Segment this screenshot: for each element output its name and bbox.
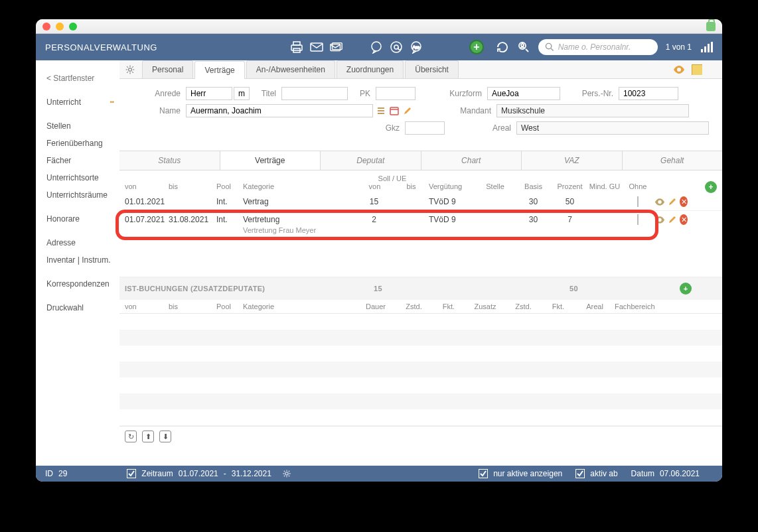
svg-rect-22	[390, 107, 398, 115]
app-icon[interactable]: App	[410, 40, 423, 54]
tab-personal[interactable]: Personal	[142, 60, 193, 78]
mail-icon[interactable]	[310, 40, 323, 54]
sidebar-item-korrespondenzen[interactable]: Korrespondenzen	[46, 275, 114, 293]
sms-icon[interactable]	[370, 40, 383, 54]
persnr-field[interactable]	[619, 87, 678, 100]
anrede-label: Anrede	[142, 89, 181, 98]
sidebar-item-stellen[interactable]: Stellen	[46, 117, 114, 135]
footer-id-label: ID	[45, 469, 53, 478]
subtab-gehalt[interactable]: Gehalt	[623, 151, 723, 170]
gender-field[interactable]	[234, 87, 250, 100]
view-icon[interactable]	[654, 198, 665, 206]
sidebar-item-honorare[interactable]: Honorare	[46, 210, 114, 228]
edit-icon[interactable]	[668, 215, 677, 224]
sidebar-item-ferienueberhang[interactable]: Ferienüberhang	[46, 135, 114, 152]
delete-icon[interactable]: ✕	[680, 196, 688, 207]
sidebar-item-unterrichtsraeume[interactable]: Unterrichtsräume	[46, 186, 114, 204]
sidebar-item-druckwahl[interactable]: Druckwahl	[46, 299, 114, 316]
list-icon[interactable]	[376, 105, 386, 116]
sidebar-item-unterricht[interactable]: Unterricht••	[46, 94, 114, 111]
window-maximize-button[interactable]	[69, 23, 77, 31]
lock-icon	[706, 22, 716, 31]
tab-vertraege[interactable]: Verträge	[194, 61, 244, 79]
nur-aktive-checkbox[interactable]	[479, 469, 488, 478]
svg-point-18	[129, 68, 132, 71]
col-ohne: Ohne	[621, 182, 654, 190]
kurzform-field[interactable]	[487, 87, 560, 100]
pk-label: PK	[348, 89, 370, 98]
subtab-vertraege[interactable]: Verträge	[220, 151, 321, 170]
titel-label: Titel	[250, 89, 276, 98]
search-input[interactable]: Name o. Personalnr.	[538, 39, 658, 55]
tab-anabwesenheiten[interactable]: An-/Abwesenheiten	[246, 60, 335, 78]
search-placeholder: Name o. Personalnr.	[558, 42, 631, 52]
subtab-status[interactable]: Status	[119, 151, 220, 170]
mandant-field[interactable]	[496, 104, 689, 117]
svg-point-13	[546, 43, 551, 48]
pk-field[interactable]	[376, 87, 416, 100]
upload-icon[interactable]: ⬆	[142, 431, 154, 442]
persnr-label: Pers.-Nr.	[560, 89, 613, 98]
datum-label: Datum	[631, 469, 654, 478]
areal-label: Areal	[471, 123, 511, 133]
sidebar-back[interactable]: < Startfenster	[46, 70, 114, 87]
add-record-button[interactable]: +	[469, 40, 484, 54]
window-close-button[interactable]	[42, 23, 50, 31]
window-minimize-button[interactable]	[56, 23, 64, 31]
tab-zuordnungen[interactable]: Zuordnungen	[337, 60, 404, 78]
note-icon[interactable]	[692, 64, 702, 75]
eye-icon[interactable]	[673, 66, 685, 74]
aktiv-ab-checkbox[interactable]	[575, 469, 585, 478]
print-icon[interactable]	[290, 40, 303, 54]
add-contract-button[interactable]: +	[705, 181, 717, 193]
contract-row[interactable]: 01.01.2021 Int. Vertrag 15 TVöD 9 30 50	[119, 193, 722, 211]
col-mindgu: Mind. GU	[588, 182, 621, 190]
refresh-icon[interactable]	[496, 40, 509, 54]
pencil-icon[interactable]	[402, 105, 413, 116]
gkz-field[interactable]	[405, 121, 445, 135]
contract-row-highlighted[interactable]: 01.07.2021 31.08.2021 Int. Vertretung 2 …	[119, 211, 722, 237]
zeitraum-checkbox[interactable]	[127, 469, 136, 478]
app-window: PERSONALVERWALTUNG App + Name o. Persona…	[36, 19, 722, 482]
reload-icon[interactable]: ↻	[125, 431, 137, 442]
ohne-checkbox[interactable]	[637, 214, 639, 225]
subtab-deputat[interactable]: Deputat	[321, 151, 421, 170]
add-ist-button[interactable]: +	[680, 283, 692, 295]
name-field[interactable]	[186, 104, 373, 117]
app-title: PERSONALVERWALTUNG	[45, 42, 157, 52]
gear-icon[interactable]	[125, 64, 135, 75]
sidebar-item-adresse[interactable]: Adresse	[46, 234, 114, 251]
zeitraum-gear-icon[interactable]	[282, 469, 291, 478]
view-icon[interactable]	[654, 216, 665, 224]
at-icon[interactable]	[390, 40, 403, 54]
svg-rect-3	[311, 43, 323, 51]
anrede-field[interactable]	[186, 87, 232, 100]
edit-icon[interactable]	[668, 197, 677, 206]
col-verguetung: Vergütung	[429, 182, 475, 190]
subtab-vaz[interactable]: VAZ	[522, 151, 623, 170]
zeitraum-bis: 31.12.2021	[232, 469, 271, 478]
subtab-chart[interactable]: Chart	[421, 151, 522, 170]
sidebar-item-faecher[interactable]: Fächer	[46, 152, 114, 169]
nur-aktive-label: nur aktive anzeigen	[493, 469, 562, 478]
sidebar-item-inventar[interactable]: Inventar | Instrum.	[46, 251, 114, 269]
stats-icon[interactable]	[700, 40, 713, 54]
tab-uebersicht[interactable]: Übersicht	[405, 60, 459, 78]
delete-icon[interactable]: ✕	[680, 214, 688, 225]
name-label: Name	[142, 106, 181, 115]
gkz-label: Gkz	[377, 123, 400, 133]
ist-empty-rows	[119, 313, 722, 426]
kurzform-label: Kurzform	[442, 89, 482, 98]
mail-all-icon[interactable]	[330, 40, 343, 54]
download-icon[interactable]: ⬇	[159, 431, 171, 442]
ohne-checkbox[interactable]	[637, 196, 639, 207]
col-stelle: Stelle	[475, 182, 515, 190]
sidebar-item-unterrichtsorte[interactable]: Unterrichtsorte	[46, 169, 114, 186]
areal-field[interactable]	[516, 121, 709, 135]
user-search-icon[interactable]	[517, 40, 530, 54]
svg-point-7	[391, 42, 402, 52]
titel-field[interactable]	[281, 87, 348, 100]
app-toolbar: PERSONALVERWALTUNG App + Name o. Persona…	[36, 34, 722, 60]
calendar-icon[interactable]	[389, 105, 400, 116]
datum-value: 07.06.2021	[660, 469, 700, 478]
